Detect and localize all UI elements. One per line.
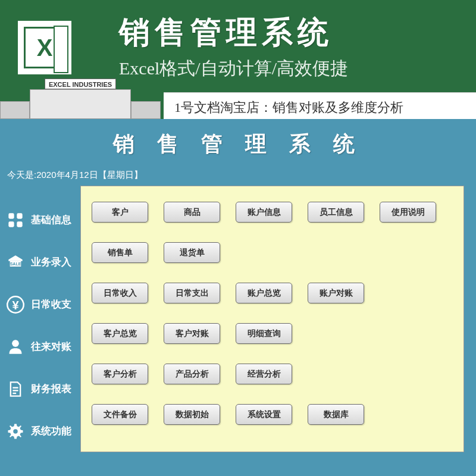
- sidebar-item-reports[interactable]: 财务报表: [0, 368, 80, 410]
- content-panel: 客户 商品 账户信息 员工信息 使用说明 销售单 退货单 日常收入 日常支出 账…: [80, 186, 464, 452]
- sidebar: 基础信息 SALE 业务录入 ¥ 日常收支 往来对账: [0, 186, 80, 452]
- product-analysis-button[interactable]: 产品分析: [164, 364, 220, 384]
- system-settings-button[interactable]: 系统设置: [236, 404, 292, 425]
- account-reconcile-button[interactable]: 账户对账: [308, 283, 364, 303]
- database-button[interactable]: 数据库: [308, 404, 364, 425]
- sidebar-item-label: 业务录入: [31, 255, 71, 269]
- sale-tag-icon: SALE: [6, 253, 25, 272]
- yen-circle-icon: ¥: [6, 295, 25, 314]
- svg-point-8: [12, 340, 19, 347]
- sidebar-item-label: 日常收支: [31, 298, 71, 311]
- sidebar-item-basic-info[interactable]: 基础信息: [0, 199, 80, 241]
- header-title: 销售管理系统: [119, 12, 333, 54]
- sidebar-item-label: 财务报表: [31, 382, 71, 396]
- daily-income-button[interactable]: 日常收入: [92, 283, 148, 303]
- button-row-reports: 客户分析 产品分析 经营分析: [92, 364, 453, 384]
- sidebar-item-reconciliation[interactable]: 往来对账: [0, 325, 80, 368]
- svg-point-12: [13, 429, 18, 434]
- button-row-system: 文件备份 数据初始 系统设置 数据库: [92, 404, 453, 425]
- customer-overview-button[interactable]: 客户总览: [92, 323, 148, 344]
- daily-expense-button[interactable]: 日常支出: [164, 283, 220, 303]
- svg-rect-2: [8, 221, 14, 227]
- button-row-basic-info: 客户 商品 账户信息 员工信息 使用说明: [92, 202, 453, 223]
- sidebar-item-business-entry[interactable]: SALE 业务录入: [0, 241, 80, 283]
- data-init-button[interactable]: 数据初始: [164, 404, 220, 425]
- employee-info-button[interactable]: 员工信息: [308, 202, 364, 223]
- customer-analysis-button[interactable]: 客户分析: [92, 364, 148, 384]
- customer-reconcile-button[interactable]: 客户对账: [164, 323, 220, 344]
- product-button[interactable]: 商品: [164, 202, 220, 223]
- button-row-reconcile: 客户总览 客户对账 明细查询: [92, 323, 453, 344]
- return-order-button[interactable]: 退货单: [164, 242, 220, 263]
- svg-rect-3: [17, 221, 22, 227]
- sales-order-button[interactable]: 销售单: [92, 242, 148, 263]
- sidebar-item-label: 系统功能: [31, 424, 71, 438]
- sidebar-item-label: 往来对账: [31, 340, 71, 353]
- file-backup-button[interactable]: 文件备份: [92, 404, 148, 425]
- sidebar-item-label: 基础信息: [31, 213, 71, 227]
- building-illustration: EXCEL INDUSTRIES: [0, 77, 161, 119]
- button-row-business: 销售单 退货单: [92, 242, 453, 263]
- svg-rect-0: [8, 213, 14, 218]
- excel-x-icon: X: [37, 35, 53, 61]
- app-title: 销 售 管 理 系 统: [0, 119, 476, 159]
- document-icon: [6, 380, 25, 399]
- gear-icon: [6, 422, 25, 441]
- instructions-button[interactable]: 使用说明: [380, 202, 436, 223]
- business-analysis-button[interactable]: 经营分析: [236, 364, 292, 384]
- app-body: 销 售 管 理 系 统 今天是:2020年4月12日【星期日】 基础信息 SAL…: [0, 119, 476, 476]
- shop-banner: 1号文档淘宝店：销售对账及多维度分析: [164, 92, 476, 119]
- sidebar-item-daily-finance[interactable]: ¥ 日常收支: [0, 283, 80, 325]
- excel-logo: X: [18, 21, 71, 74]
- account-info-button[interactable]: 账户信息: [236, 202, 292, 223]
- account-overview-button[interactable]: 账户总览: [236, 283, 292, 303]
- building-sign: EXCEL INDUSTRIES: [45, 79, 116, 89]
- customer-button[interactable]: 客户: [92, 202, 148, 223]
- svg-rect-1: [17, 213, 22, 218]
- detail-query-button[interactable]: 明细查询: [236, 323, 292, 344]
- person-icon: [6, 337, 25, 356]
- svg-text:¥: ¥: [12, 298, 19, 311]
- button-row-daily: 日常收入 日常支出 账户总览 账户对账: [92, 283, 453, 303]
- header-banner: X 销售管理系统 Excel格式/自动计算/高效便捷 EXCEL INDUSTR…: [0, 0, 476, 119]
- date-bar: 今天是:2020年4月12日【星期日】: [0, 159, 476, 186]
- sidebar-item-system[interactable]: 系统功能: [0, 410, 80, 452]
- svg-text:SALE: SALE: [10, 261, 21, 265]
- grid-icon: [6, 211, 25, 230]
